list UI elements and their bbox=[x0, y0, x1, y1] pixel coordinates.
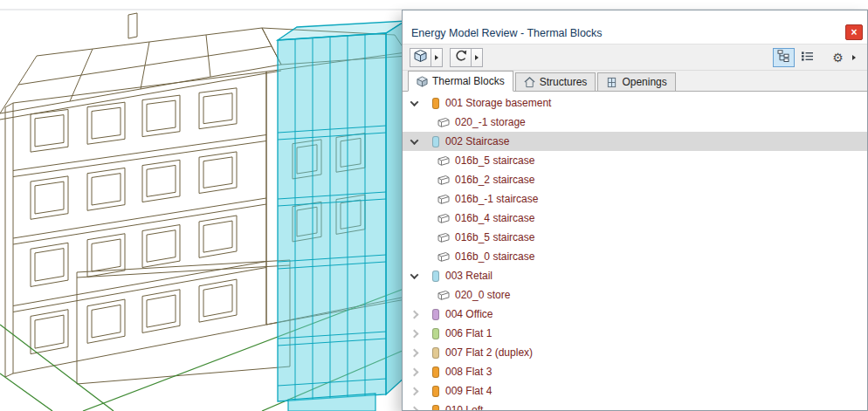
flyout-triangle-icon bbox=[852, 55, 856, 60]
refresh-icon bbox=[454, 49, 468, 66]
tree-item-label: 004 Office bbox=[445, 308, 493, 320]
tab-bar: Thermal Blocks Structures Openings bbox=[403, 71, 867, 92]
collapse-chevron-icon[interactable] bbox=[410, 271, 419, 279]
dialog-title: Energy Model Review - Thermal Blocks bbox=[411, 27, 603, 39]
energy-model-flyout-arrow[interactable] bbox=[431, 48, 443, 67]
tree-item-label: 016b_-1 staircase bbox=[455, 193, 538, 205]
flyout-triangle-icon bbox=[435, 55, 438, 60]
flat-list-view-button[interactable] bbox=[796, 48, 818, 67]
expand-chevron-icon[interactable] bbox=[410, 329, 419, 338]
tree-item-thermal-block[interactable]: 010 Loft bbox=[403, 401, 867, 410]
structures-icon bbox=[524, 77, 535, 88]
refresh-button[interactable] bbox=[450, 48, 472, 67]
expand-chevron-icon[interactable] bbox=[410, 310, 419, 319]
zone-stamp-icon bbox=[437, 155, 450, 166]
zone-stamp-icon bbox=[437, 251, 450, 262]
tab-label: Openings bbox=[622, 76, 666, 88]
expand-chevron-icon[interactable] bbox=[410, 367, 419, 376]
tree-item-zone[interactable]: 016b_5 staircase bbox=[403, 228, 867, 247]
thermal-block-color-icon bbox=[432, 366, 439, 378]
expand-chevron-icon[interactable] bbox=[410, 387, 419, 395]
thermal-block-color-icon bbox=[432, 136, 439, 147]
tree-item-label: 007 Flat 2 (duplex) bbox=[445, 346, 533, 359]
tree-item-label: 020_0 store bbox=[455, 289, 510, 301]
tree-item-label: 016b_4 staircase bbox=[455, 212, 534, 224]
collapse-chevron-icon[interactable] bbox=[410, 98, 419, 106]
expand-chevron-icon[interactable] bbox=[410, 348, 419, 357]
show-model-split-button bbox=[410, 48, 443, 67]
tree-item-label: 010 Loft bbox=[445, 404, 483, 410]
zone-stamp-icon bbox=[437, 117, 450, 127]
tree-item-zone[interactable]: 016b_4 staircase bbox=[403, 209, 867, 228]
dialog-titlebar[interactable]: Energy Model Review - Thermal Blocks × bbox=[403, 10, 867, 44]
tree-item-thermal-block[interactable]: 001 Storage basement bbox=[403, 93, 867, 113]
energy-model-review-dialog: Energy Model Review - Thermal Blocks × bbox=[402, 10, 868, 411]
close-button[interactable]: × bbox=[845, 24, 863, 40]
dialog-toolbar: ⚙ bbox=[403, 44, 867, 71]
thermal-block-color-icon bbox=[432, 328, 439, 339]
settings-flyout-arrow[interactable] bbox=[849, 48, 860, 67]
flyout-triangle-icon bbox=[475, 55, 479, 60]
energy-model-cube-button[interactable] bbox=[410, 48, 431, 67]
tree-item-label: 016b_2 staircase bbox=[455, 174, 534, 186]
tree-item-thermal-block[interactable]: 006 Flat 1 bbox=[403, 324, 867, 343]
tree-item-label: 006 Flat 1 bbox=[445, 327, 492, 339]
thermal-block-color-icon bbox=[432, 309, 439, 320]
zone-stamp-icon bbox=[437, 290, 450, 300]
tree-item-zone[interactable]: 020_-1 storage bbox=[403, 113, 867, 132]
tree-item-label: 020_-1 storage bbox=[455, 116, 526, 128]
thermal-block-color-icon bbox=[432, 405, 439, 411]
settings-split-button: ⚙ bbox=[827, 48, 860, 67]
tree-item-thermal-block[interactable]: 007 Flat 2 (duplex) bbox=[403, 343, 867, 362]
tab-thermal-blocks[interactable]: Thermal Blocks bbox=[408, 71, 513, 92]
tree-view-icon bbox=[777, 50, 791, 65]
thermal-blocks-tree[interactable]: 001 Storage basement020_-1 storage002 St… bbox=[403, 92, 867, 410]
tree-item-thermal-block[interactable]: 009 Flat 4 bbox=[403, 381, 867, 401]
tree-item-label: 016b_5 staircase bbox=[455, 154, 534, 167]
tree-item-zone[interactable]: 016b_0 staircase bbox=[403, 247, 867, 266]
tree-item-label: 016b_0 staircase bbox=[455, 250, 534, 263]
tree-item-zone[interactable]: 020_0 store bbox=[403, 285, 867, 305]
tree-item-thermal-block[interactable]: 008 Flat 3 bbox=[403, 362, 867, 381]
zone-stamp-icon bbox=[437, 175, 450, 185]
tree-item-label: 003 Retail bbox=[445, 270, 493, 282]
tree-item-zone[interactable]: 016b_5 staircase bbox=[403, 151, 867, 170]
zone-stamp-icon bbox=[437, 194, 450, 204]
tab-structures[interactable]: Structures bbox=[515, 72, 596, 91]
energy-model-cube-icon bbox=[413, 49, 428, 66]
tree-item-label: 002 Staircase bbox=[445, 135, 509, 147]
tree-view-button[interactable] bbox=[773, 48, 795, 67]
tree-item-label: 009 Flat 4 bbox=[445, 385, 492, 397]
tab-label: Structures bbox=[540, 76, 588, 88]
collapse-chevron-icon[interactable] bbox=[410, 136, 419, 145]
thermal-block-color-icon bbox=[432, 98, 439, 109]
flat-list-view-icon bbox=[801, 50, 814, 65]
zone-stamp-icon bbox=[437, 232, 450, 243]
thermal-block-color-icon bbox=[432, 386, 439, 397]
thermal-blocks-icon bbox=[417, 76, 428, 87]
tree-item-label: 001 Storage basement bbox=[445, 97, 551, 109]
refresh-split-button bbox=[450, 48, 483, 67]
tree-item-thermal-block[interactable]: 003 Retail bbox=[403, 266, 867, 285]
thermal-block-color-icon bbox=[432, 347, 439, 359]
thermal-block-color-icon bbox=[432, 271, 439, 282]
gear-icon: ⚙ bbox=[832, 51, 844, 64]
tree-item-label: 016b_5 staircase bbox=[455, 231, 534, 243]
expand-chevron-icon[interactable] bbox=[410, 406, 419, 410]
tree-item-label: 008 Flat 3 bbox=[445, 366, 492, 378]
settings-button[interactable]: ⚙ bbox=[827, 48, 849, 67]
tree-item-thermal-block[interactable]: 002 Staircase bbox=[403, 132, 867, 151]
refresh-flyout-arrow[interactable] bbox=[472, 48, 483, 67]
zone-stamp-icon bbox=[437, 213, 450, 223]
tab-label: Thermal Blocks bbox=[432, 75, 505, 87]
tree-item-zone[interactable]: 016b_2 staircase bbox=[403, 170, 867, 189]
openings-icon bbox=[606, 77, 617, 88]
tree-item-zone[interactable]: 016b_-1 staircase bbox=[403, 189, 867, 209]
tab-openings[interactable]: Openings bbox=[597, 72, 675, 91]
tree-item-thermal-block[interactable]: 004 Office bbox=[403, 305, 867, 324]
